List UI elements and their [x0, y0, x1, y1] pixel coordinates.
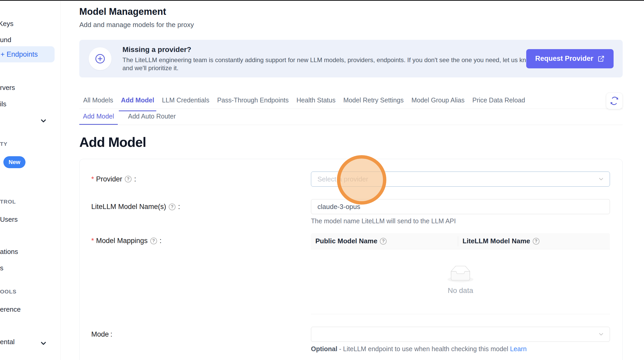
external-link-icon: [597, 55, 605, 62]
mode-label: Mode :: [91, 330, 311, 338]
banner-body: The LiteLLM engineering team is constant…: [122, 56, 541, 72]
help-icon[interactable]: ?: [169, 204, 175, 210]
tab-model-group-alias[interactable]: Model Group Alias: [411, 94, 464, 109]
subtab-add-model[interactable]: Add Model: [79, 109, 118, 125]
sidebar-item-models-endpoints[interactable]: + Endpoints: [0, 46, 55, 62]
provider-label: * Provider ? :: [91, 175, 311, 183]
provider-select[interactable]: Select a provider: [311, 172, 610, 187]
help-icon[interactable]: ?: [150, 238, 157, 244]
page-title: Model Management: [79, 6, 623, 17]
sidebar-item-users[interactable]: Users: [0, 215, 18, 224]
model-mappings-table: Public Model Name ? LiteLLM Model Name ?: [311, 233, 610, 314]
column-litellm-model-name: LiteLLM Model Name ?: [458, 236, 610, 246]
sidebar-section-label: TY: [0, 141, 8, 147]
sidebar-item-servers[interactable]: rvers: [0, 84, 15, 92]
refresh-button[interactable]: [606, 93, 623, 109]
subtab-add-auto-router[interactable]: Add Auto Router: [125, 109, 179, 125]
sidebar-item-inference[interactable]: erence: [0, 305, 21, 313]
add-model-subtabs: Add Model Add Auto Router: [79, 109, 623, 125]
tab-llm-credentials[interactable]: LLM Credentials: [162, 94, 209, 109]
help-icon[interactable]: ?: [380, 238, 387, 245]
request-provider-label: Request Provider: [535, 55, 593, 63]
model-name-input[interactable]: [311, 199, 610, 214]
page-top-edge: [0, 0, 644, 1]
tab-price-data-reload[interactable]: Price Data Reload: [472, 94, 525, 109]
tab-pass-through-endpoints[interactable]: Pass-Through Endpoints: [217, 94, 289, 109]
tab-all-models[interactable]: All Models: [83, 94, 113, 109]
chevron-down-icon: [598, 176, 604, 182]
sidebar-item-playground[interactable]: und: [0, 36, 11, 44]
main-content: Model Management Add and manage models f…: [61, 0, 623, 360]
tab-model-retry-settings[interactable]: Model Retry Settings: [343, 94, 404, 109]
sidebar-item-guardrails[interactable]: ils: [0, 100, 6, 108]
table-header: Public Model Name ? LiteLLM Model Name ?: [311, 233, 610, 249]
provider-select-placeholder: Select a provider: [317, 175, 368, 183]
model-name-helper: The model name LiteLLM will send to the …: [311, 217, 610, 225]
chevron-down-icon[interactable]: [40, 339, 47, 347]
required-marker: *: [91, 175, 94, 183]
mode-row: Mode : Optional - LiteLLM endpoint to us…: [91, 327, 610, 353]
empty-state: No data: [311, 249, 610, 314]
tab-health-status[interactable]: Health Status: [296, 94, 335, 109]
learn-more-link[interactable]: Learn: [510, 345, 527, 352]
model-mappings-row: * Model Mappings ? : Public Model Name ?…: [91, 233, 610, 314]
empty-inbox-icon: [447, 266, 473, 282]
required-marker: *: [91, 237, 94, 245]
provider-row: * Provider ? : Select a provider: [91, 172, 610, 187]
banner-title: Missing a provider?: [122, 45, 541, 54]
page-subtitle: Add and manage models for the proxy: [79, 21, 623, 29]
mode-helper: Optional - LiteLLM endpoint to use when …: [311, 345, 610, 353]
sidebar-section-label: OOLS: [0, 289, 17, 295]
plus-circle-icon: [89, 47, 112, 70]
column-public-model-name: Public Model Name ?: [311, 237, 458, 245]
chevron-down-icon[interactable]: [40, 117, 47, 125]
no-data-text: No data: [448, 286, 473, 295]
chevron-down-icon: [598, 331, 604, 338]
model-name-row: LiteLLM Model Name(s) ? : The model name…: [91, 199, 610, 225]
add-model-form-card: * Provider ? : Select a provider LiteLLM…: [79, 159, 623, 360]
tab-add-model[interactable]: Add Model: [121, 94, 154, 109]
sidebar: Keys und + Endpoints rvers ils TY New TR…: [0, 0, 61, 360]
help-icon[interactable]: ?: [533, 238, 539, 245]
sidebar-item-keys[interactable]: Keys: [0, 20, 14, 28]
missing-provider-banner: Missing a provider? The LiteLLM engineer…: [79, 40, 623, 77]
sidebar-item-experimental[interactable]: ental: [0, 338, 15, 346]
help-icon[interactable]: ?: [125, 176, 132, 182]
model-tabs: All Models Add Model LLM Credentials Pas…: [79, 94, 623, 109]
add-model-heading: Add Model: [79, 134, 623, 150]
model-mappings-label: * Model Mappings ? :: [91, 237, 311, 245]
new-badge[interactable]: New: [3, 156, 25, 168]
mode-select[interactable]: [311, 327, 610, 342]
model-name-label: LiteLLM Model Name(s) ? :: [91, 203, 311, 211]
sidebar-section-label: TROL: [0, 199, 16, 205]
sidebar-item-teams[interactable]: s: [0, 264, 3, 272]
sidebar-item-label: + Endpoints: [0, 50, 38, 58]
sidebar-item-organizations[interactable]: ations: [0, 248, 18, 256]
sync-icon: [610, 96, 619, 105]
request-provider-button[interactable]: Request Provider: [526, 49, 614, 68]
